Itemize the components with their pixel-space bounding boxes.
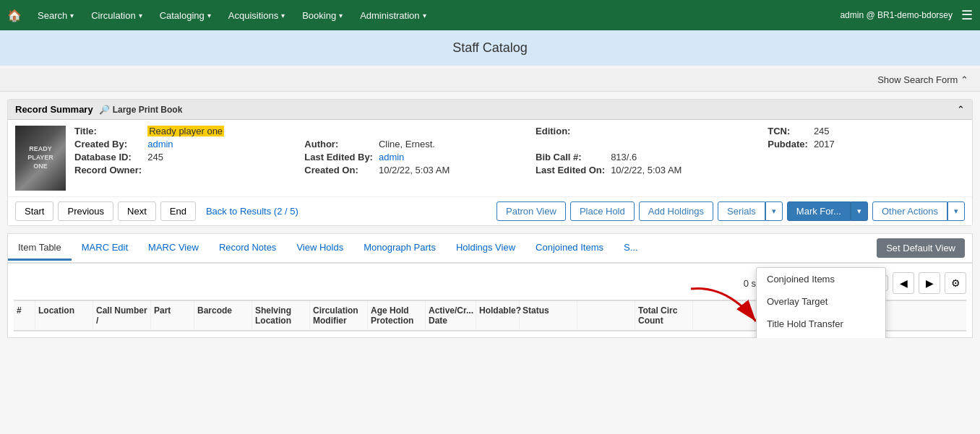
tcn-value: 245 [814,126,965,136]
record-summary-header: Record Summary 🔎 Large Print Book ⌃ [8,100,972,120]
edition-value [611,126,762,136]
catalog-banner: Staff Catalog [0,30,980,66]
serials-btn-group: Serials ▾ [718,201,783,221]
search-form-bar: Show Search Form ⌃ [0,69,980,92]
title-highlight: Ready player one [147,126,224,136]
nav-menu-icon[interactable]: ☰ [961,7,973,23]
record-owner-value [147,165,298,175]
edition-label: Edition: [536,126,605,136]
other-actions-btn-group: Other Actions ▾ [872,201,965,221]
bib-call-label: Bib Call #: [536,152,605,162]
nav-circulation[interactable]: Circulation ▾ [82,0,150,30]
col-holdable: Holdable? [476,301,520,330]
nav-cataloging-caret: ▾ [207,12,211,19]
nav-user: admin @ BR1-demo-bdorsey [840,10,953,20]
record-summary-collapse-icon[interactable]: ⌃ [957,104,965,115]
created-by-value[interactable]: admin [147,139,298,149]
mark-for-button[interactable]: Mark For... [787,201,851,221]
mark-for-caret[interactable]: ▾ [851,201,868,221]
book-cover: READYPLAYERONE [15,126,66,191]
last-edited-by-label: Last Edited By: [304,152,373,162]
author-value: Cline, Ernest. [379,139,762,149]
start-button[interactable]: Start [15,201,53,221]
col-part: Part [151,301,194,330]
tabs-container: Item Table MARC Edit MARC View Record No… [8,234,869,262]
next-button[interactable]: Next [118,201,156,221]
tab-view-holds[interactable]: View Holds [286,236,353,261]
dropdown-overlay-target[interactable]: Overlay Target [757,290,885,313]
tab-item-table[interactable]: Item Table [8,236,72,261]
record-body: READYPLAYERONE Title: Ready player one E… [8,120,972,196]
bib-call-value: 813/.6 [611,152,965,162]
show-search-form-button[interactable]: Show Search Form ⌃ [877,74,968,85]
record-summary-container: Record Summary 🔎 Large Print Book ⌃ READ… [7,99,973,226]
col-total-circ: Total Circ Count [635,301,693,330]
home-icon[interactable]: 🏠 [7,9,22,22]
last-edited-on-value: 10/2/22, 5:03 AM [611,165,762,175]
prev-page-icon-btn[interactable]: ◀ [893,272,914,294]
created-by-label: Created By: [74,139,142,149]
created-on-value: 10/2/22, 5:03 AM [379,165,530,175]
tab-marc-view[interactable]: MARC View [138,236,209,261]
nav-administration-caret: ▾ [423,12,426,19]
col-age-hold: Age Hold Protection [368,301,426,330]
nav-acquisitions[interactable]: Acquisitions ▾ [220,0,293,30]
database-id-label: Database ID: [74,152,142,162]
other-actions-caret[interactable]: ▾ [947,201,965,221]
title-value: Ready player one [147,126,530,136]
col-shelving-location: Shelving Location [252,301,310,330]
book-cover-image: READYPLAYERONE [15,126,66,191]
next-page-icon-btn[interactable]: ▶ [919,272,940,294]
other-actions-dropdown: Conjoined Items Overlay Target Title Hol… [756,267,886,338]
dropdown-title-hold-transfer[interactable]: Title Hold Transfer [757,313,885,335]
tab-record-notes[interactable]: Record Notes [209,236,286,261]
add-holdings-button[interactable]: Add Holdings [639,201,713,221]
nav-search-caret: ▾ [70,12,74,19]
col-barcode: Barcode [194,301,252,330]
tab-holdings-view[interactable]: Holdings View [446,236,525,261]
set-default-view-button[interactable]: Set Default View [877,238,965,258]
serials-caret[interactable]: ▾ [765,201,783,221]
author-label: Author: [304,139,373,149]
title-label: Title: [74,126,142,136]
nav-cataloging[interactable]: Cataloging ▾ [151,0,220,30]
database-id-value: 245 [147,152,298,162]
top-nav: 🏠 Search ▾ Circulation ▾ Cataloging ▾ Ac… [0,0,980,30]
nav-booking[interactable]: Booking ▾ [293,0,351,30]
tab-marc-edit[interactable]: MARC Edit [72,236,138,261]
col-empty [577,301,635,330]
tab-conjoined-items[interactable]: Conjoined Items [525,236,614,261]
col-location: Location [35,301,93,330]
tab-monograph-parts[interactable]: Monograph Parts [353,236,446,261]
previous-button[interactable]: Previous [58,201,113,221]
place-hold-button[interactable]: Place Hold [570,201,635,221]
patron-view-button[interactable]: Patron View [497,201,566,221]
col-circ-modifier: Circulation Modifier [310,301,368,330]
last-edited-on-label: Last Edited On: [536,165,605,175]
pubdate-value: 2017 [814,139,965,149]
back-to-results[interactable]: Back to Results (2 / 5) [200,202,304,220]
record-type-icon: 🔎 [99,105,110,115]
nav-administration[interactable]: Administration ▾ [351,0,434,30]
nav-booking-caret: ▾ [339,12,343,19]
other-actions-button[interactable]: Other Actions [872,201,947,221]
mark-for-btn-group: Mark For... ▾ [787,201,868,221]
record-owner-label: Record Owner: [74,165,142,175]
action-bar: Start Previous Next End Back to Results … [8,196,972,225]
dropdown-conjoined-items[interactable]: Conjoined Items [757,268,885,290]
dropdown-holding-transfer[interactable]: Holding Transfer [757,335,885,338]
pubdate-label: Pubdate: [768,139,808,149]
serials-button[interactable]: Serials [718,201,765,221]
nav-acquisitions-caret: ▾ [281,12,285,19]
end-button[interactable]: End [160,201,196,221]
nav-circulation-caret: ▾ [139,12,142,19]
nav-search[interactable]: Search ▾ [29,0,82,30]
settings-icon-btn[interactable]: ⚙ [945,272,966,294]
record-type-label: Large Print Book [113,105,183,115]
col-call-number: Call Number / [93,301,151,330]
col-status: Status [520,301,577,330]
tab-s-more[interactable]: S... [614,236,648,261]
last-edited-by-value[interactable]: admin [379,152,530,162]
col-number: # [14,301,35,330]
tcn-label: TCN: [768,126,808,136]
